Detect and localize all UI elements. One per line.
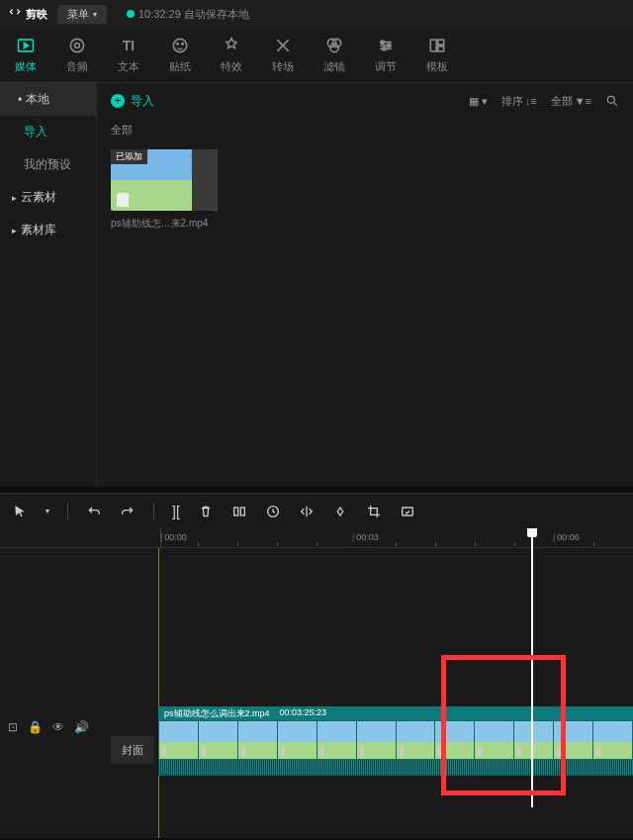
- transition-icon: [273, 36, 293, 55]
- tab-media[interactable]: 媒体: [0, 36, 51, 74]
- svg-point-1: [70, 39, 83, 51]
- svg-point-9: [381, 41, 384, 44]
- timeline[interactable]: 00:00 00:03 00:06 ⊡ 🔒 👁 🔊 封面 ps辅助线怎么调出来2…: [0, 528, 633, 838]
- svg-rect-16: [233, 508, 237, 515]
- tab-filter[interactable]: 滤镜: [309, 36, 360, 74]
- effects-icon: [222, 36, 241, 55]
- app-logo: 剪映: [8, 7, 47, 22]
- svg-point-3: [173, 39, 186, 51]
- track-collapse-icon[interactable]: ⊡: [8, 720, 18, 734]
- eye-icon[interactable]: 👁: [52, 720, 64, 734]
- crop-tool[interactable]: [366, 504, 382, 519]
- media-thumbnail: 已添加 03:26: [111, 149, 218, 211]
- svg-point-15: [607, 96, 614, 103]
- svg-rect-17: [240, 508, 244, 515]
- svg-rect-12: [430, 40, 436, 51]
- search-button[interactable]: [605, 94, 619, 108]
- undo-button[interactable]: [86, 504, 102, 519]
- split-mode-tool[interactable]: [231, 504, 247, 519]
- lock-icon[interactable]: 🔒: [28, 720, 43, 734]
- track-controls: ⊡ 🔒 👁 🔊: [8, 720, 89, 734]
- ruler-tick: 00:03: [352, 532, 379, 542]
- added-badge: 已添加: [111, 149, 147, 164]
- select-tool[interactable]: [12, 504, 28, 519]
- media-content: + 导入 ▦ ▾ 排序 ↓≡ 全部 ▼≡ 全部 已添加 03:26 ps辅助线怎…: [97, 83, 633, 487]
- svg-rect-13: [438, 40, 444, 45]
- clip-timecode: 00:03:25:23: [280, 707, 327, 719]
- adjust-icon: [376, 36, 396, 55]
- svg-point-8: [330, 44, 338, 51]
- audio-icon: [67, 36, 87, 55]
- mirror-tool[interactable]: [299, 504, 315, 519]
- main-panel: • 本地 导入 我的预设 云素材 素材库 + 导入 ▦ ▾ 排序 ↓≡ 全部 ▼…: [0, 83, 633, 487]
- category-all[interactable]: 全部: [97, 119, 633, 145]
- highlight-annotation: [441, 655, 566, 795]
- svg-point-10: [388, 44, 391, 47]
- svg-rect-19: [402, 508, 412, 515]
- chevron-down-icon: ▾: [93, 10, 97, 19]
- tab-text[interactable]: TI 文本: [103, 36, 154, 74]
- ruler-tick: 00:00: [160, 532, 187, 542]
- sidebar-local[interactable]: • 本地: [0, 83, 96, 116]
- autosave-status: 10:32:29 自动保存本地: [127, 7, 249, 22]
- split-tool[interactable]: ]​[: [172, 504, 180, 519]
- tab-transition[interactable]: 转场: [257, 36, 309, 74]
- titlebar: 剪映 菜单 ▾ 10:32:29 自动保存本地: [0, 0, 633, 28]
- sticker-icon: [170, 36, 190, 55]
- text-icon: TI: [119, 36, 138, 55]
- media-item[interactable]: 已添加 03:26 ps辅助线怎…来2.mp4: [111, 149, 218, 231]
- tab-adjust[interactable]: 调节: [360, 36, 411, 74]
- smart-tool[interactable]: [400, 504, 415, 519]
- menu-button[interactable]: 菜单 ▾: [57, 5, 107, 24]
- view-mode-toggle[interactable]: ▦ ▾: [469, 95, 488, 108]
- clip-filename: ps辅助线怎么调出来2.mp4: [164, 707, 270, 719]
- media-filename: ps辅助线怎…来2.mp4: [111, 217, 218, 231]
- sort-button[interactable]: 排序 ↓≡: [501, 94, 537, 109]
- svg-point-11: [383, 47, 386, 50]
- content-header: + 导入 ▦ ▾ 排序 ↓≡ 全部 ▼≡: [97, 83, 633, 119]
- delete-tool[interactable]: [198, 504, 214, 519]
- start-marker: [158, 548, 159, 838]
- time-ruler[interactable]: 00:00 00:03 00:06: [0, 528, 633, 548]
- cover-button[interactable]: 封面: [111, 736, 154, 764]
- filter-button[interactable]: 全部 ▼≡: [551, 94, 591, 109]
- rotate-tool[interactable]: [332, 504, 348, 519]
- select-mode-dropdown[interactable]: ▾: [45, 507, 49, 515]
- import-button[interactable]: + 导入: [111, 93, 154, 110]
- sidebar-my-preset[interactable]: 我的预设: [0, 148, 96, 181]
- freeze-frame-tool[interactable]: [265, 504, 281, 519]
- filter-icon: [324, 36, 344, 55]
- sidebar: • 本地 导入 我的预设 云素材 素材库: [0, 83, 97, 487]
- svg-point-2: [75, 44, 80, 48]
- sidebar-import[interactable]: 导入: [0, 116, 96, 148]
- tab-sticker[interactable]: 贴纸: [154, 36, 206, 74]
- plus-icon: +: [111, 94, 125, 108]
- app-name: 剪映: [26, 7, 47, 22]
- timeline-toolbar: ▾ ]​[: [0, 493, 633, 528]
- sidebar-library[interactable]: 素材库: [0, 214, 96, 246]
- tab-effects[interactable]: 特效: [206, 36, 257, 74]
- tab-template[interactable]: 模板: [411, 36, 463, 74]
- svg-rect-14: [438, 47, 444, 51]
- svg-point-4: [177, 44, 179, 46]
- ruler-tick: 00:06: [553, 532, 580, 542]
- top-tabs: 媒体 音频 TI 文本 贴纸 特效 转场 滤镜 调节 模板: [0, 28, 633, 83]
- sidebar-cloud[interactable]: 云素材: [0, 181, 96, 214]
- media-icon: [16, 36, 36, 55]
- tab-audio[interactable]: 音频: [51, 36, 103, 74]
- redo-button[interactable]: [120, 504, 136, 519]
- template-icon: [427, 36, 447, 55]
- speaker-icon[interactable]: 🔊: [74, 720, 89, 734]
- status-dot-icon: [127, 10, 135, 18]
- svg-point-5: [182, 44, 184, 46]
